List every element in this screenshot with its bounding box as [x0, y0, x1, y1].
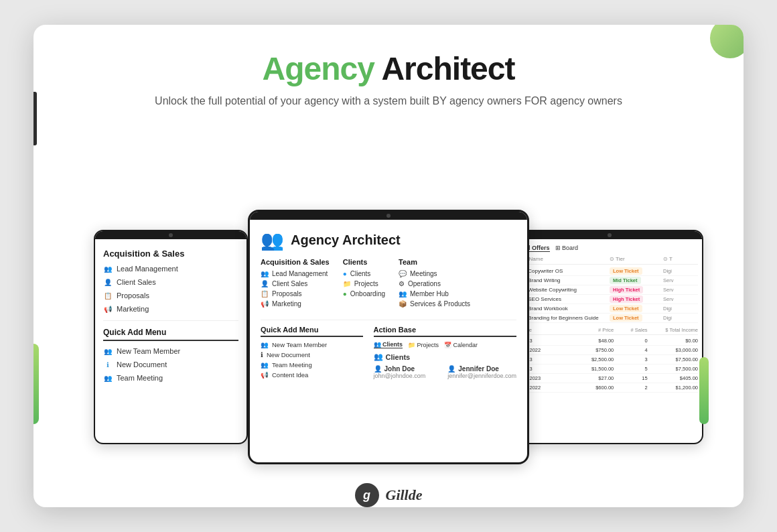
col-type-header: ⊙ T	[663, 256, 698, 262]
cell-income: $405.00	[648, 375, 698, 381]
cs-action-base: Action Base 👥 Clients 📁 Projects 📅 Calen…	[374, 326, 517, 381]
data-row: 16, 2022 $600.00 2 $1,200.00	[521, 383, 698, 393]
screen-right: All Offers ⊞ Board A↓ Name ⊙ Tier ⊙ T ▬ …	[516, 230, 703, 444]
center-screen-content: 👥 Agency Architect Acquisition & Sales 👥…	[250, 220, 527, 389]
data-row: 2023 $2,500.00 3 $7,500.00	[521, 355, 698, 364]
screen-left: Acquisition & Sales 👥 Lead Management 👤 …	[94, 230, 248, 444]
lead-mgmt-icon: 👥	[103, 264, 113, 273]
tab-board[interactable]: ⊞ Board	[555, 245, 579, 252]
row-name: ▬ SEO Services	[521, 296, 608, 302]
row-name: ▬ Copywriter OS	[521, 268, 608, 274]
row-name: ▬ Website Copywriting	[521, 287, 608, 293]
col-income: $ Total Income	[648, 327, 698, 333]
screen-top-bar-left	[95, 231, 246, 239]
clients-label-icon: 👥	[374, 352, 383, 361]
decorative-circle	[710, 25, 744, 58]
list-item[interactable]: ℹ New Document	[103, 360, 238, 369]
right-screen-content: All Offers ⊞ Board A↓ Name ⊙ Tier ⊙ T ▬ …	[517, 239, 702, 398]
cell-sales: 2	[614, 385, 647, 391]
icon: 👤	[261, 280, 269, 287]
badge-low: Low Ticket	[610, 305, 642, 312]
marketing-icon: 📢	[103, 304, 113, 314]
list-item: 📢 Marketing	[261, 300, 330, 308]
tab-projects[interactable]: 📁 Projects	[408, 341, 439, 348]
row-name: ▬ Brand Workbook	[521, 306, 608, 312]
cell-price: $27.00	[571, 375, 614, 381]
tab-clients[interactable]: 👥 Clients	[374, 341, 403, 348]
col-tier-header: ⊙ Tier	[610, 256, 662, 262]
left-screen-content: Acquisition & Sales 👥 Lead Management 👤 …	[95, 239, 246, 396]
col-sales: # Sales	[614, 327, 647, 333]
cs-header: 👥 Agency Architect	[261, 220, 516, 258]
cell-price: $2,500.00	[571, 356, 614, 362]
list-item: ● Clients	[343, 270, 385, 277]
list-item[interactable]: 👥 Team Meeting	[103, 373, 238, 383]
new-doc-icon: ℹ	[103, 360, 113, 369]
clients-header: 👥 Clients	[374, 352, 517, 361]
client-row: 👤 John Doe john@johndoe.com 👤 Jennifer D…	[374, 365, 517, 379]
row-cat: Serv	[663, 296, 698, 302]
row-name: ▬ Brand Writing	[521, 277, 608, 283]
list-item: 👥 Member Hub	[399, 290, 470, 297]
qa-title: Quick Add Menu	[261, 326, 363, 337]
cell-sales: 4	[614, 347, 647, 353]
list-item: 📋 Proposals	[103, 291, 238, 300]
table-row: ▬ Website Copywriting High Ticket Serv	[521, 285, 698, 295]
badge-low: Low Ticket	[610, 267, 642, 275]
ab-tabs: 👥 Clients 📁 Projects 📅 Calendar	[374, 341, 517, 348]
footer-logo: g	[355, 483, 379, 507]
badge-high: High Ticket	[610, 286, 643, 293]
data-row: 2023 $1,500.00 5 $7,500.00	[521, 364, 698, 374]
list-item: 💬 Meetings	[399, 270, 470, 277]
cell-income: $1,200.00	[648, 385, 698, 391]
cell-sales: 0	[614, 338, 647, 344]
cell-sales: 15	[614, 375, 647, 381]
cs-columns: Acquisition & Sales 👥 Lead Management 👤 …	[261, 258, 516, 310]
list-item: 📢 Marketing	[103, 304, 238, 314]
client2-name: 👤 Jennifer Doe	[447, 365, 516, 373]
client1-icon: 👤	[374, 365, 382, 373]
cell-price: $1,500.00	[571, 366, 614, 372]
services-icon: 📦	[399, 300, 407, 308]
client2-icon: 👤	[447, 365, 455, 373]
list-item[interactable]: 👥 New Team Member	[103, 346, 238, 356]
row-tier: Low Ticket	[610, 268, 662, 274]
cell-sales: 5	[614, 366, 647, 372]
meetings-icon: 💬	[399, 270, 407, 277]
agency-title: Agency Architect	[291, 232, 401, 248]
list-item[interactable]: 👥 New Team Member	[261, 341, 363, 348]
icon: 📋	[261, 290, 269, 297]
list-item[interactable]: 📢 Content Idea	[261, 371, 363, 379]
cs-quick-add: Quick Add Menu 👥 New Team Member ℹ New D…	[261, 326, 363, 381]
table-row: ▬ Copywriter OS Low Ticket Digi	[521, 267, 698, 276]
section-divider	[261, 320, 516, 320]
clients-label: Clients	[386, 353, 411, 361]
client1-name: 👤 John Doe	[374, 365, 435, 373]
ab-title: Action Base	[374, 326, 517, 337]
client1-email: john@johndoe.com	[374, 373, 435, 379]
table-row: ▬ Brand Writing Mid Ticket Serv	[521, 276, 698, 285]
tab-calendar[interactable]: 📅 Calendar	[444, 341, 478, 348]
qa-content-icon: 📢	[261, 371, 269, 379]
col-name-header: A↓ Name	[521, 256, 608, 262]
list-item: 👥 Lead Management	[103, 264, 238, 273]
cell-income: $7,500.00	[648, 356, 698, 362]
cell-price: $48.00	[571, 338, 614, 344]
cell-price: $600.00	[571, 385, 614, 391]
row-tier: High Ticket	[610, 287, 662, 293]
cell-price: $750.00	[571, 347, 614, 353]
table-row: ▬ Brand Workbook Low Ticket Digi	[521, 304, 698, 314]
title-green: Agency	[262, 51, 374, 86]
list-item[interactable]: 👥 Team Meeting	[261, 361, 363, 369]
list-item: ⚙ Operations	[399, 280, 470, 287]
icon: 📢	[261, 300, 269, 308]
cell-sales: 3	[614, 356, 647, 362]
col-price: # Price	[571, 327, 614, 333]
rs-data-table: Date # Price # Sales $ Total Income 2023…	[521, 327, 698, 393]
list-item: 👥 Lead Management	[261, 270, 330, 277]
clients-icon: ●	[343, 270, 347, 277]
title-black-word: Architect	[381, 51, 514, 86]
list-item[interactable]: ℹ New Document	[261, 351, 363, 358]
data-row: 27, 2022 $750.00 4 $3,000.00	[521, 346, 698, 355]
row-cat: Digi	[663, 315, 698, 321]
